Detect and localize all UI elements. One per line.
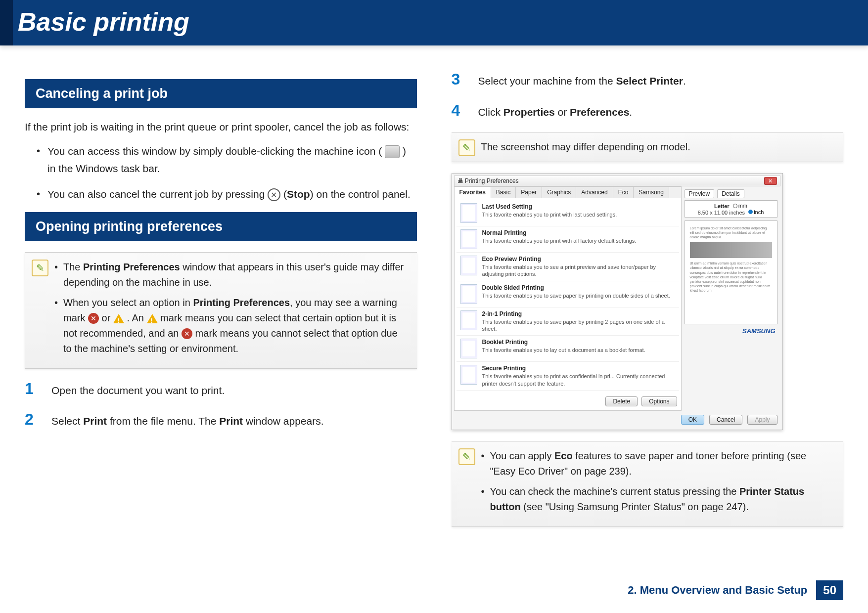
step-1-number: 1 bbox=[25, 380, 40, 398]
favorite-item[interactable]: Last Used SettingThis favorite enables y… bbox=[457, 200, 679, 226]
favorite-desc: This favorite enables you to print with … bbox=[482, 211, 617, 218]
note3-li2: You can check the machine's current stat… bbox=[481, 484, 835, 515]
note-icon bbox=[458, 448, 475, 465]
dialog-footer: OK Cancel Apply bbox=[454, 411, 780, 426]
step3-c: . bbox=[683, 75, 686, 87]
step-2-text: Select Print from the file menu. The Pri… bbox=[51, 410, 324, 430]
paper-size: 8.50 x 11.00 inches bbox=[698, 209, 745, 215]
ok-button[interactable]: OK bbox=[681, 415, 704, 425]
cancel-bullets: You can access this window by simply dou… bbox=[25, 142, 417, 203]
note-icon bbox=[458, 139, 475, 156]
cancel-b2-c: ) on the control panel. bbox=[310, 188, 411, 200]
section-head-cancel: Canceling a print job bbox=[25, 79, 417, 108]
unit-inch-label: inch bbox=[754, 209, 764, 215]
favorite-item[interactable]: Eco Preview PrintingThis favorite enable… bbox=[457, 253, 679, 281]
step2-c: window appears. bbox=[243, 415, 323, 427]
favorite-desc: This favorite enables you to print as co… bbox=[482, 373, 675, 387]
step3-a: Select your machine from the bbox=[478, 75, 616, 87]
step4-a: Click bbox=[478, 106, 503, 118]
note2-text: The screenshot may differ depending on m… bbox=[481, 139, 835, 155]
note3-li2-a: You can check the machine's current stat… bbox=[490, 486, 739, 497]
note3-li1-a: You can apply bbox=[490, 450, 554, 461]
close-icon[interactable]: ✕ bbox=[764, 177, 777, 185]
favorite-desc: This favorite enables you to see a print… bbox=[482, 263, 675, 278]
step-4-text: Click Properties or Preferences. bbox=[478, 101, 633, 121]
options-button[interactable]: Options bbox=[641, 396, 677, 406]
favorite-thumb-icon bbox=[460, 284, 477, 304]
step-2-number: 2 bbox=[25, 410, 40, 429]
page-title-text: Basic printing bbox=[18, 7, 189, 36]
unit-inch-radio[interactable]: inch bbox=[748, 209, 764, 215]
favorite-thumb-icon bbox=[460, 256, 477, 275]
cancel-b2-stop: Stop bbox=[287, 188, 310, 200]
note3-li1-bold: Eco bbox=[554, 450, 573, 461]
printer-icon bbox=[385, 145, 400, 158]
favorite-title: Secure Printing bbox=[482, 365, 675, 372]
favorite-thumb-icon bbox=[460, 229, 477, 249]
tab-basic[interactable]: Basic bbox=[491, 187, 516, 198]
step4-b1: Properties bbox=[503, 106, 555, 118]
tab-favorites[interactable]: Favorites bbox=[455, 187, 491, 198]
favorite-item[interactable]: Double Sided PrintingThis favorite enabl… bbox=[457, 281, 679, 307]
favorite-item[interactable]: 2-in-1 PrintingThis favorite enables you… bbox=[457, 307, 679, 336]
cancel-button[interactable]: Cancel bbox=[709, 415, 742, 425]
favorite-title: Normal Printing bbox=[482, 229, 637, 236]
unit-mm-radio[interactable]: mm bbox=[733, 203, 747, 209]
tab-advanced[interactable]: Advanced bbox=[576, 187, 613, 198]
favorite-thumb-icon bbox=[460, 339, 477, 358]
tab-graphics[interactable]: Graphics bbox=[542, 187, 576, 198]
favorite-item[interactable]: Normal PrintingThis favorite enables you… bbox=[457, 226, 679, 253]
page-footer: 2. Menu Overview and Basic Setup 50 bbox=[628, 580, 843, 600]
favorite-title: Double Sided Printing bbox=[482, 284, 670, 291]
dialog-left-pane: FavoritesBasicPaperGraphicsAdvancedEcoSa… bbox=[454, 186, 682, 411]
note1-li2: When you select an option in Printing Pr… bbox=[54, 295, 408, 356]
step-3-text: Select your machine from the Select Prin… bbox=[478, 70, 686, 89]
step2-b: from the file menu. The bbox=[107, 415, 219, 427]
delete-button[interactable]: Delete bbox=[605, 396, 638, 406]
favorite-desc: This favorite enables you to print with … bbox=[482, 237, 637, 244]
preview-tab[interactable]: Preview bbox=[685, 189, 715, 198]
note-box-3: You can apply Eco features to save paper… bbox=[452, 441, 844, 527]
note1-li2-c: or bbox=[102, 312, 113, 323]
step-1-text: Open the document you want to print. bbox=[51, 380, 225, 399]
step4-b2: Preferences bbox=[570, 106, 629, 118]
cancel-b2-b: ( bbox=[283, 188, 287, 200]
tab-eco[interactable]: Eco bbox=[613, 187, 634, 198]
left-column: Canceling a print job If the print job i… bbox=[25, 70, 417, 538]
step-4: 4 Click Properties or Preferences. bbox=[452, 101, 844, 121]
footer-page-number: 50 bbox=[816, 580, 843, 600]
note1-li1-a: The bbox=[63, 262, 83, 272]
paper-info: Letter mm 8.50 x 11.00 inches inch bbox=[685, 200, 777, 218]
step4-b: or bbox=[555, 106, 570, 118]
printer-small-icon: 🖶 bbox=[457, 177, 463, 184]
step-3: 3 Select your machine from the Select Pr… bbox=[452, 70, 844, 89]
step2-b1: Print bbox=[83, 415, 107, 427]
apply-button[interactable]: Apply bbox=[747, 415, 777, 425]
stop-icon bbox=[268, 188, 280, 201]
note-box-1: The Printing Preferences window that app… bbox=[25, 252, 417, 369]
tab-paper[interactable]: Paper bbox=[516, 187, 542, 198]
page-preview: Lorem ipsum dolor sit amet consectetur a… bbox=[685, 220, 777, 324]
warning-mark-icon-2 bbox=[147, 314, 158, 323]
step4-c: . bbox=[629, 106, 632, 118]
favorite-desc: This favorite enables you to save paper … bbox=[482, 318, 675, 333]
page-title: Basic printing bbox=[0, 0, 868, 45]
favorite-thumb-icon bbox=[460, 203, 477, 223]
favorite-title: 2-in-1 Printing bbox=[482, 310, 675, 317]
cancel-bullet-2: You can also cancel the current job by p… bbox=[37, 185, 417, 203]
step3-b: Select Printer bbox=[616, 75, 683, 87]
preview-image-placeholder bbox=[690, 242, 772, 258]
favorite-item[interactable]: Secure PrintingThis favorite enables you… bbox=[457, 362, 679, 391]
note1-li2-d: . An bbox=[127, 312, 146, 323]
cancel-bullet-1: You can access this window by simply dou… bbox=[37, 142, 417, 177]
right-column: 3 Select your machine from the Select Pr… bbox=[452, 70, 844, 538]
favorite-item[interactable]: Booklet PrintingThis favorite enables yo… bbox=[457, 336, 679, 362]
printing-preferences-dialog: 🖶 Printing Preferences ✕ FavoritesBasicP… bbox=[452, 173, 783, 430]
tab-samsung[interactable]: Samsung bbox=[634, 187, 669, 198]
note1-li2-bold: Printing Preferences bbox=[193, 297, 290, 308]
note3-li1: You can apply Eco features to save paper… bbox=[481, 448, 835, 479]
step-2: 2 Select Print from the file menu. The P… bbox=[25, 410, 417, 430]
details-tab[interactable]: Details bbox=[717, 189, 744, 198]
dialog-title: Printing Preferences bbox=[465, 177, 519, 184]
favorites-list: Last Used SettingThis favorite enables y… bbox=[455, 198, 681, 393]
